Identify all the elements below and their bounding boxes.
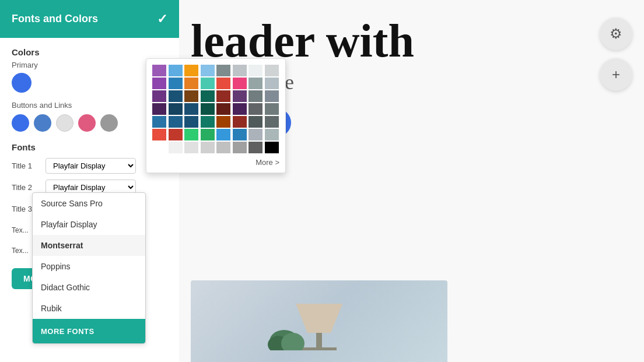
dropdown-item-poppins[interactable]: Poppins [33,256,145,277]
color-cell[interactable] [169,78,183,89]
font-dropdown: Source Sans Pro Playfair Display Montser… [32,192,146,344]
color-cell[interactable] [201,116,215,128]
title1-label: Title 1 [12,161,41,170]
lamp-illustration [261,292,377,350]
dropdown-item-rubik[interactable]: Rubik [33,298,145,319]
color-cell[interactable] [169,90,183,102]
gear-button[interactable]: ⚙ [600,17,632,50]
swatch-gray[interactable] [100,114,118,132]
color-cell[interactable] [184,116,198,128]
dropdown-more-fonts-button[interactable]: MORE FONTS [41,327,94,336]
color-cell[interactable] [233,90,247,102]
color-cell[interactable] [265,90,279,102]
color-cell[interactable] [249,129,262,140]
svg-marker-0 [296,304,342,333]
title1-font-select[interactable]: Playfair Display [46,158,136,174]
color-cell[interactable] [233,129,247,140]
swatch-blue[interactable] [12,114,29,132]
color-cell[interactable] [249,65,262,76]
color-cell[interactable] [201,103,215,115]
color-cell[interactable] [184,90,198,102]
color-cell[interactable] [201,129,215,140]
color-cell[interactable] [169,116,183,128]
swatch-light-gray[interactable] [56,114,74,132]
color-cell[interactable] [265,142,279,153]
color-cell[interactable] [152,129,166,140]
color-cell[interactable] [169,142,183,153]
hero-image [191,280,447,362]
buttons-links-label: Buttons and Links [12,101,167,110]
color-cell[interactable] [152,142,166,153]
dropdown-item-didact[interactable]: Didact Gothic [33,277,145,298]
more-colors-link[interactable]: More > [152,158,279,167]
svg-rect-2 [302,347,337,350]
color-cell[interactable] [152,65,166,76]
primary-label: Primary [12,61,167,69]
color-cell[interactable] [201,142,215,153]
swatch-pink[interactable] [78,114,96,132]
color-cell[interactable] [169,103,183,115]
color-cell[interactable] [152,90,166,102]
fonts-section-title: Fonts [12,142,167,152]
color-grid [152,65,279,153]
color-cell[interactable] [233,103,247,115]
color-cell[interactable] [184,103,198,115]
main-content: leader with subtitle here Learn How ⚙ + [179,0,644,362]
plus-icon: + [612,66,620,83]
color-cell[interactable] [184,65,198,76]
dropdown-footer: MORE FONTS [33,319,145,343]
color-cell[interactable] [233,142,247,153]
color-cell[interactable] [216,65,230,76]
color-cell[interactable] [249,116,262,128]
color-cell[interactable] [201,90,215,102]
color-cell[interactable] [265,103,279,115]
color-cell[interactable] [265,116,279,128]
colors-section-title: Colors [12,47,167,57]
dropdown-item-playfair[interactable]: Playfair Display [33,214,145,235]
color-cell[interactable] [216,142,230,153]
color-cell[interactable] [233,78,247,89]
color-cell[interactable] [265,78,279,89]
color-cell[interactable] [152,103,166,115]
color-picker-popup: More > [146,58,286,173]
color-cell[interactable] [265,65,279,76]
dropdown-item-source-sans[interactable]: Source Sans Pro [33,193,145,214]
plus-button[interactable]: + [600,58,632,91]
color-cell[interactable] [216,90,230,102]
color-cell[interactable] [216,116,230,128]
gear-icon: ⚙ [610,26,622,42]
color-cell[interactable] [184,142,198,153]
color-cell[interactable] [233,116,247,128]
sidebar-header: Fonts and Colors ✓ [0,0,179,38]
color-cell[interactable] [152,116,166,128]
color-cell[interactable] [184,78,198,89]
color-swatches [12,114,167,132]
color-cell[interactable] [201,78,215,89]
color-cell[interactable] [201,65,215,76]
color-cell[interactable] [216,103,230,115]
color-cell[interactable] [216,78,230,89]
color-cell[interactable] [249,90,262,102]
color-cell[interactable] [216,129,230,140]
color-cell[interactable] [184,129,198,140]
dropdown-item-montserrat[interactable]: Montserrat [33,235,145,256]
primary-color-swatch[interactable] [12,73,32,93]
color-cell[interactable] [152,78,166,89]
color-cell[interactable] [169,65,183,76]
check-icon[interactable]: ✓ [157,12,167,27]
color-cell[interactable] [249,78,262,89]
color-cell[interactable] [249,142,262,153]
title2-label: Title 2 [12,183,41,192]
color-cell[interactable] [233,65,247,76]
font-row-title1: Title 1 Playfair Display [12,158,167,174]
color-cell[interactable] [265,129,279,140]
color-cell[interactable] [249,103,262,115]
sidebar-title: Fonts and Colors [12,13,98,25]
hero-heading: leader with [191,17,621,64]
color-cell[interactable] [169,129,183,140]
swatch-dark-blue[interactable] [34,114,51,132]
